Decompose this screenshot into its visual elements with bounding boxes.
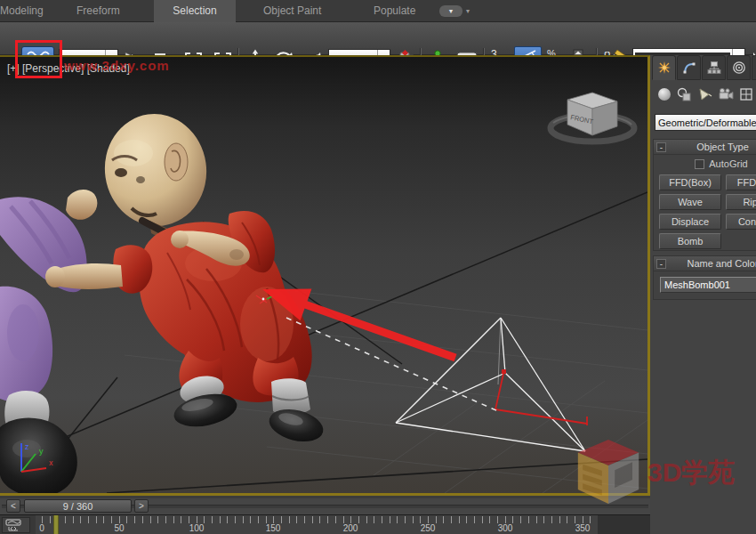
ribbon-tab-freeform[interactable]: Freeform [68, 0, 129, 22]
category-lights[interactable] [695, 84, 715, 105]
command-panel-tabs [652, 55, 756, 82]
previous-frame-button[interactable]: < [6, 499, 20, 513]
modify-icon [682, 61, 696, 75]
current-frame-marker[interactable] [53, 515, 59, 534]
tab-modify[interactable] [677, 55, 701, 80]
scene-canvas[interactable]: FRONT [0, 57, 647, 493]
mini-curve-editor-icon [5, 519, 27, 532]
ribbon-tab-modeling[interactable]: Modeling [0, 0, 52, 22]
ribbon-tab-bar: Modeling Freeform Selection Object Paint… [0, 0, 756, 22]
axis-y-label: y [39, 447, 44, 456]
purple-character [0, 190, 97, 493]
object-type-rollout-header[interactable]: - Object Type [654, 140, 756, 155]
bomb-space-warp-gizmo[interactable] [396, 318, 587, 451]
monk-hand [45, 266, 65, 287]
purple-character-hand [66, 190, 97, 220]
ribbon-tab-selection[interactable]: Selection [154, 0, 236, 22]
shapes-icon [677, 87, 692, 102]
time-slider-grip[interactable]: 9 / 360 [24, 499, 132, 513]
wave-button[interactable]: Wave [659, 194, 721, 210]
name-color-title: Name and Color [669, 258, 756, 269]
ffd-cyl-button[interactable]: FFD(Cyl) [726, 174, 756, 190]
axis-z-label: z [25, 442, 29, 451]
helpers-icon [739, 87, 753, 101]
perspective-viewport[interactable]: [+] [Perspective] [Shaded] [0, 55, 650, 496]
ruler-end-cap [598, 515, 650, 534]
hierarchy-icon [707, 61, 721, 75]
ruler-label: 150 [263, 523, 283, 533]
monk-ear [165, 143, 188, 181]
command-panel: Geometric/Deformable - Object Type AutoG… [650, 55, 756, 534]
name-color-rollout-header[interactable]: - Name and Color [654, 256, 756, 271]
light-icon [697, 87, 712, 102]
ruler-label: 350 [573, 523, 592, 533]
next-frame-button[interactable]: > [134, 499, 149, 513]
ruler-label: 300 [495, 523, 515, 533]
monk-character[interactable] [45, 108, 326, 447]
ribbon-tab-populate[interactable]: Populate [365, 0, 424, 22]
ruler-label: 250 [418, 523, 438, 533]
ruler-ticks [42, 516, 595, 523]
ribbon-minimize-button[interactable]: ▼ [439, 5, 462, 17]
autogrid-checkbox[interactable] [695, 159, 704, 169]
create-icon [657, 61, 672, 75]
collapse-icon: - [656, 142, 666, 152]
category-helpers[interactable] [736, 84, 756, 105]
autogrid-row: AutoGrid [654, 155, 756, 173]
ripple-button[interactable]: Ripple [726, 194, 756, 210]
viewport-grid-major [0, 192, 647, 493]
monk-eye [115, 168, 127, 177]
ruler-label: 100 [187, 523, 206, 533]
geometry-sphere-icon [657, 87, 672, 101]
name-and-color-rollout: - Name and Color MeshBomb001 [653, 255, 756, 300]
tab-create[interactable] [652, 55, 676, 80]
category-shapes[interactable] [674, 84, 695, 105]
tab-display[interactable] [752, 55, 756, 80]
main-toolbar: All ▼ [0, 22, 756, 55]
chevron-down-icon: ▼ [448, 8, 454, 14]
category-dropdown-value: Geometric/Deformable [658, 117, 756, 128]
object-name-field[interactable]: MeshBomb001 [660, 277, 756, 293]
ruler-label: 200 [341, 523, 360, 533]
create-category-row [654, 84, 756, 107]
ffd-box-button[interactable]: FFD(Box) [659, 174, 721, 190]
viewport-label[interactable]: [+] [Perspective] [Shaded] [7, 62, 130, 75]
3dsmax-window: Modeling Freeform Selection Object Paint… [0, 0, 756, 534]
collapse-icon: - [656, 259, 666, 269]
conform-button[interactable]: Conform [726, 214, 756, 230]
tab-motion[interactable] [727, 55, 751, 80]
ruler-label: 0 [32, 523, 52, 533]
space-warp-category-dropdown[interactable]: Geometric/Deformable [655, 114, 756, 131]
ribbon-tab-object-paint[interactable]: Object Paint [254, 0, 330, 22]
ruler-label: 50 [109, 523, 129, 533]
track-bar: 0 50 100 150 200 250 300 350 [0, 514, 650, 534]
ribbon-options-arrow-icon[interactable]: ▾ [466, 7, 470, 15]
bomb-button[interactable]: Bomb [659, 233, 721, 249]
time-slider: < 9 / 360 > [0, 498, 650, 514]
object-type-rollout: - Object Type AutoGrid FFD(Box) FFD(Cyl)… [653, 139, 756, 251]
displace-button[interactable]: Displace [659, 214, 721, 230]
open-mini-curve-editor-button[interactable] [2, 517, 30, 533]
category-cameras[interactable] [715, 84, 736, 105]
motion-icon [732, 61, 746, 75]
category-geometry[interactable] [654, 84, 674, 105]
autogrid-label: AutoGrid [709, 158, 747, 169]
viewcube[interactable]: FRONT [551, 93, 634, 142]
camera-icon [718, 87, 734, 101]
track-bar-ruler[interactable]: 0 50 100 150 200 250 300 350 [36, 515, 598, 534]
tab-hierarchy[interactable] [702, 55, 726, 80]
object-type-title: Object Type [669, 142, 756, 152]
axis-x-label: x [49, 458, 53, 467]
